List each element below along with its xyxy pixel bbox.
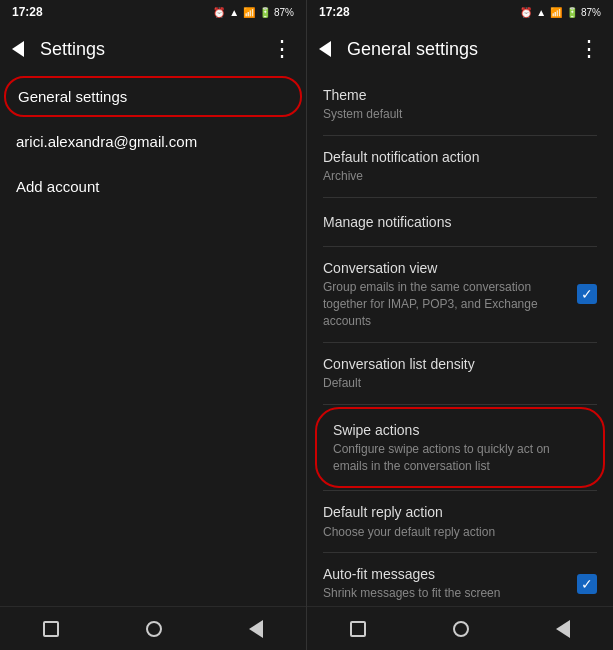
back-arrow-icon — [12, 41, 24, 57]
left-nav-bar — [0, 606, 306, 650]
reply-action-title: Default reply action — [323, 503, 589, 521]
notification-action-title: Default notification action — [323, 148, 589, 166]
manage-notifications-content: Manage notifications — [323, 213, 597, 231]
notification-action-content: Default notification action Archive — [323, 148, 597, 185]
list-density-content: Conversation list density Default — [323, 355, 597, 392]
auto-fit-subtitle: Shrink messages to fit the screen — [323, 585, 569, 602]
left-nav-back[interactable] — [241, 612, 271, 646]
auto-fit-checkbox[interactable]: ✓ — [577, 574, 597, 594]
wifi-icon: 📶 — [243, 7, 255, 18]
right-nav-square[interactable] — [342, 613, 374, 645]
right-back-arrow-icon — [319, 41, 331, 57]
circle-icon — [146, 621, 162, 637]
add-account-label: Add account — [16, 178, 290, 195]
left-toolbar: Settings ⋮ — [0, 24, 306, 74]
right-nav-back[interactable] — [548, 612, 578, 646]
status-icons-right: ⏰ ▲ 📶 🔋 87% — [520, 7, 601, 18]
time-left: 17:28 — [12, 5, 43, 19]
list-density-subtitle: Default — [323, 375, 589, 392]
swipe-actions-content: Swipe actions Configure swipe actions to… — [333, 421, 587, 475]
status-bar-left: 17:28 ⏰ ▲ 📶 🔋 87% — [0, 0, 306, 24]
menu-item-account[interactable]: arici.alexandra@gmail.com — [0, 119, 306, 164]
back-triangle-icon — [249, 620, 263, 638]
theme-content: Theme System default — [323, 86, 597, 123]
settings-item-theme[interactable]: Theme System default — [307, 74, 613, 135]
conversation-view-checkbox[interactable]: ✓ — [577, 284, 597, 304]
right-nav-bar — [307, 606, 613, 650]
alarm-icon-r: ⏰ — [520, 7, 532, 18]
left-toolbar-title: Settings — [40, 39, 259, 60]
status-icons-left: ⏰ ▲ 📶 🔋 87% — [213, 7, 294, 18]
settings-item-auto-fit[interactable]: Auto-fit messages Shrink messages to fit… — [307, 553, 613, 606]
right-toolbar-title: General settings — [347, 39, 566, 60]
conversation-view-content: Conversation view Group emails in the sa… — [323, 259, 577, 330]
left-menu-content: General settings arici.alexandra@gmail.c… — [0, 74, 306, 606]
right-panel: 17:28 ⏰ ▲ 📶 🔋 87% General settings ⋮ The… — [306, 0, 613, 650]
settings-item-list-density[interactable]: Conversation list density Default — [307, 343, 613, 404]
right-back-triangle-icon — [556, 620, 570, 638]
left-nav-square[interactable] — [35, 613, 67, 645]
manage-notifications-title: Manage notifications — [323, 213, 589, 231]
settings-item-notification-action[interactable]: Default notification action Archive — [307, 136, 613, 197]
checkmark-icon: ✓ — [581, 287, 593, 301]
menu-item-add-account[interactable]: Add account — [0, 164, 306, 209]
swipe-actions-wrapper: Swipe actions Configure swipe actions to… — [315, 407, 605, 489]
theme-subtitle: System default — [323, 106, 589, 123]
swipe-actions-subtitle: Configure swipe actions to quickly act o… — [333, 441, 579, 475]
left-back-button[interactable] — [8, 37, 28, 61]
settings-item-reply-action[interactable]: Default reply action Choose your default… — [307, 491, 613, 552]
right-back-button[interactable] — [315, 37, 335, 61]
signal-icon: ▲ — [229, 7, 239, 18]
left-more-button[interactable]: ⋮ — [267, 32, 298, 66]
settings-item-conversation-view[interactable]: Conversation view Group emails in the sa… — [307, 247, 613, 342]
battery-icon: 🔋 87% — [259, 7, 294, 18]
right-circle-icon — [453, 621, 469, 637]
menu-item-general-settings[interactable]: General settings — [4, 76, 302, 117]
right-more-button[interactable]: ⋮ — [574, 32, 605, 66]
general-settings-label: General settings — [18, 88, 288, 105]
settings-item-manage-notifications[interactable]: Manage notifications — [307, 198, 613, 246]
signal-icon-r: ▲ — [536, 7, 546, 18]
auto-fit-content: Auto-fit messages Shrink messages to fit… — [323, 565, 577, 602]
right-square-icon — [350, 621, 366, 637]
right-toolbar: General settings ⋮ — [307, 24, 613, 74]
settings-item-swipe-actions[interactable]: Swipe actions Configure swipe actions to… — [317, 409, 603, 487]
left-panel: 17:28 ⏰ ▲ 📶 🔋 87% Settings ⋮ General set… — [0, 0, 306, 650]
status-bar-right: 17:28 ⏰ ▲ 📶 🔋 87% — [307, 0, 613, 24]
theme-title: Theme — [323, 86, 589, 104]
account-label: arici.alexandra@gmail.com — [16, 133, 290, 150]
swipe-actions-title: Swipe actions — [333, 421, 579, 439]
reply-action-subtitle: Choose your default reply action — [323, 524, 589, 541]
square-icon — [43, 621, 59, 637]
time-right: 17:28 — [319, 5, 350, 19]
auto-fit-checkmark-icon: ✓ — [581, 577, 593, 591]
alarm-icon: ⏰ — [213, 7, 225, 18]
auto-fit-title: Auto-fit messages — [323, 565, 569, 583]
right-nav-circle[interactable] — [445, 613, 477, 645]
conversation-view-title: Conversation view — [323, 259, 569, 277]
left-nav-circle[interactable] — [138, 613, 170, 645]
reply-action-content: Default reply action Choose your default… — [323, 503, 597, 540]
conversation-view-subtitle: Group emails in the same conversation to… — [323, 279, 569, 329]
battery-icon-r: 🔋 87% — [566, 7, 601, 18]
notification-action-subtitle: Archive — [323, 168, 589, 185]
divider-5 — [323, 404, 597, 405]
list-density-title: Conversation list density — [323, 355, 589, 373]
wifi-icon-r: 📶 — [550, 7, 562, 18]
settings-list: Theme System default Default notificatio… — [307, 74, 613, 606]
